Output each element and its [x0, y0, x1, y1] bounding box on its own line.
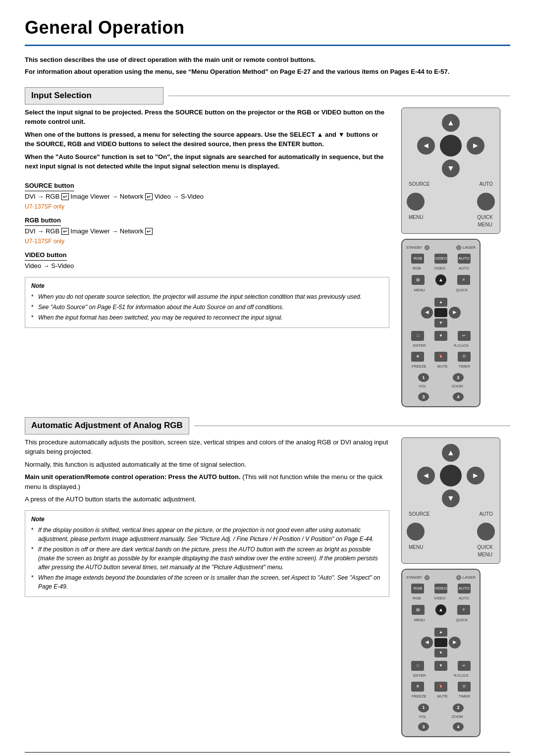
label2-quick: QUICK	[456, 618, 468, 623]
remote-btn-3[interactable]: 3	[418, 392, 429, 401]
section1-divider	[168, 96, 510, 96]
remote-freeze-btn[interactable]: ❄	[411, 352, 424, 362]
remote2-freeze-btn[interactable]: ❄	[411, 682, 424, 692]
remote-mute-btn[interactable]: 🔇	[434, 352, 447, 362]
remote2-num-row2: 3 4	[406, 722, 476, 731]
remote-enter-row: □ ▼ ↩	[406, 331, 476, 341]
panel-left-btn[interactable]: ◄	[417, 137, 435, 155]
remote2-btn-3[interactable]: 3	[418, 722, 429, 731]
remote2-nav-up[interactable]: ▲	[434, 628, 447, 637]
label-auto: AUTO	[459, 266, 469, 271]
panel-right-btn[interactable]: ►	[467, 137, 484, 155]
section1-para1: Select the input signal to be projected.…	[25, 108, 389, 171]
section2-notes: If the display position is shifted, vert…	[31, 526, 383, 591]
remote-btn-2[interactable]: 2	[453, 373, 464, 382]
remote-rgb-btn[interactable]: RGB	[411, 254, 424, 264]
remote-btn-1[interactable]: 1	[418, 373, 429, 382]
remote2-nav-right[interactable]: ►	[449, 637, 461, 648]
label2-menu: MENU	[414, 618, 425, 623]
panel2-menu-label: MENU	[409, 544, 423, 558]
panel2-enter-btn[interactable]	[440, 465, 462, 486]
remote2-enter-btn[interactable]: □	[411, 661, 424, 671]
panel2-row-bottom	[407, 523, 495, 540]
remote-nav-dn2[interactable]: ▼	[434, 331, 447, 341]
remote2-mute-btn[interactable]: 🔇	[434, 682, 447, 692]
panel2-left-btn[interactable]: ◄	[417, 467, 435, 485]
panel-down-btn[interactable]: ▼	[442, 160, 460, 177]
remote2-nav-row: ◄ ▲ ▼ ►	[421, 628, 461, 657]
remote2-row-rgb: RGB VIDEO AUTO	[406, 584, 476, 594]
remote2-auto-btn[interactable]: AUTO	[458, 584, 471, 594]
remote2-rclick-btn[interactable]: ↩	[458, 661, 471, 671]
remote-freeze-row: ❄ 🔇 ⏱	[406, 352, 476, 362]
remote2-menu-btn[interactable]: ▤	[412, 605, 425, 615]
remote-video-btn[interactable]: VIDEO	[434, 254, 447, 264]
section2-para4: A press of the AUTO button starts the au…	[25, 494, 389, 504]
remote-rclick-btn[interactable]: ↩	[458, 331, 471, 341]
remote-enter-btn[interactable]: □	[411, 331, 424, 341]
section2-note-box: Note If the display position is shifted,…	[25, 510, 389, 597]
remote2-nav-dn2[interactable]: ▼	[434, 661, 447, 671]
remote-nav-up[interactable]: ▲	[434, 298, 447, 307]
panel2-menu-btn[interactable]	[407, 523, 425, 540]
remote-select-up-btn[interactable]: ▲	[435, 274, 446, 285]
remote-nav-enter[interactable]	[434, 308, 447, 317]
remote2-nav-enter[interactable]	[434, 638, 447, 647]
label2-freeze: FREEZE	[412, 694, 427, 700]
section2-note1: If the display position is shifted, vert…	[38, 527, 374, 542]
remote-btn-4[interactable]: 4	[453, 392, 464, 401]
remote2-nav-center-col: ▲ ▼	[434, 628, 447, 657]
remote2-row-menu: ▤ ▲ ≡	[406, 604, 476, 615]
section1-para1-text: Select the input signal to be projected.…	[25, 108, 384, 126]
panel-quickmenu-btn[interactable]	[477, 193, 495, 211]
remote-auto-btn[interactable]: AUTO	[458, 254, 471, 264]
label2-zoom: ZOOM	[452, 714, 463, 720]
note2-title: Note	[31, 515, 383, 524]
remote2-select-up-btn[interactable]: ▲	[435, 604, 446, 615]
remote2-quick-btn[interactable]: ≡	[457, 605, 470, 615]
laser-indicator	[456, 245, 461, 250]
panel-row-bottom	[407, 193, 495, 211]
remote-quick-btn[interactable]: ≡	[457, 275, 470, 285]
section1-note-box: Note When you do not operate source sele…	[25, 277, 389, 328]
section1-header: Input Selection	[25, 87, 510, 105]
panel-source-label: SOURCE	[409, 181, 430, 188]
panel-enter-btn[interactable]	[440, 135, 462, 157]
source-button-section: SOURCE button DVI → RGB ↵ Image Viewer →…	[25, 176, 389, 211]
remote2-btn-1[interactable]: 1	[418, 703, 429, 712]
source-button-label: SOURCE button	[25, 181, 74, 191]
remote2-nav-down[interactable]: ▼	[434, 648, 447, 657]
section2-para1: This procedure automatically adjusts the…	[25, 437, 389, 457]
remote-freeze-labels: FREEZE MUTE TIMER	[406, 364, 476, 370]
panel-up-btn[interactable]: ▲	[442, 114, 460, 132]
remote2-btn-2[interactable]: 2	[453, 703, 464, 712]
remote2-timer-btn[interactable]: ⏱	[458, 682, 471, 692]
remote2-btn-4[interactable]: 4	[453, 722, 464, 731]
label2-vol: VOL	[419, 714, 427, 720]
label2-auto: AUTO	[459, 596, 469, 601]
panel-menu-btn[interactable]	[407, 193, 425, 211]
section1-content: Select the input signal to be projected.…	[25, 108, 510, 407]
video-button-text: Video → S-Video	[25, 262, 389, 271]
standby2-label: STANDBY	[406, 575, 423, 580]
label-enter: ENTER	[413, 343, 426, 349]
panel2-row-up: ▲	[407, 444, 495, 462]
remote-menu-btn[interactable]: ▤	[412, 275, 425, 285]
remote-nav-right[interactable]: ►	[449, 307, 461, 319]
section1-note1: When you do not operate source selection…	[38, 293, 362, 300]
remote2-video-btn[interactable]: VIDEO	[434, 584, 447, 594]
panel2-quickmenu-btn[interactable]	[477, 523, 495, 540]
section2-left: This procedure automatically adjusts the…	[25, 437, 389, 597]
label-zoom: ZOOM	[452, 384, 463, 389]
remote-nav-down[interactable]: ▼	[434, 319, 447, 327]
panel2-up-btn[interactable]: ▲	[442, 444, 460, 462]
panel2-down-btn[interactable]: ▼	[442, 489, 460, 507]
remote-nav-left[interactable]: ◄	[421, 307, 433, 319]
remote2-nav-left[interactable]: ◄	[421, 637, 433, 648]
panel2-source-label: SOURCE	[409, 511, 430, 518]
remote2-rgb-btn[interactable]: RGB	[411, 584, 424, 594]
panel2-right-btn[interactable]: ►	[467, 467, 484, 485]
remote-timer-btn[interactable]: ⏱	[458, 352, 471, 362]
remote2-freeze-labels: FREEZE MUTE TIMER	[406, 694, 476, 700]
rgb-button-label: RGB button	[25, 216, 61, 226]
